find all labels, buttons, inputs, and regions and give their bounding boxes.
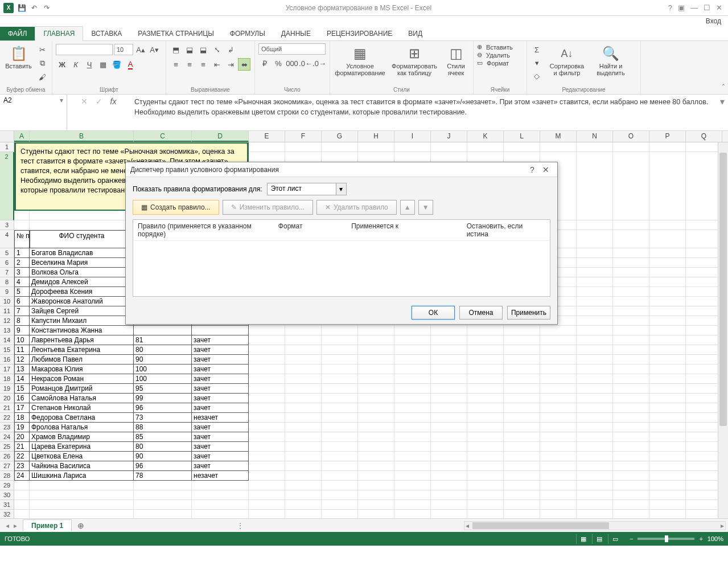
cell[interactable]: [686, 510, 722, 518]
cell[interactable]: [431, 510, 467, 518]
cell[interactable]: [504, 355, 540, 365]
cell[interactable]: [504, 423, 540, 432]
cell[interactable]: [358, 510, 394, 518]
cell[interactable]: [249, 442, 285, 452]
cell[interactable]: [613, 403, 649, 413]
cell[interactable]: Степанов Николай: [30, 403, 134, 413]
cell[interactable]: 85: [134, 432, 192, 442]
row-header[interactable]: 2: [0, 152, 14, 220]
cell[interactable]: [649, 287, 686, 297]
row-header[interactable]: 31: [0, 500, 14, 510]
row-header[interactable]: 28: [0, 471, 14, 481]
sheet-tab-active[interactable]: Пример 1: [23, 519, 72, 531]
cell[interactable]: [358, 142, 394, 152]
cell[interactable]: 100: [134, 374, 192, 384]
cell[interactable]: [249, 413, 285, 423]
rules-list[interactable]: Правило (применяется в указанном порядке…: [133, 219, 550, 297]
cell[interactable]: [613, 287, 649, 297]
cell[interactable]: [613, 413, 649, 423]
cell[interactable]: [285, 510, 322, 518]
cell[interactable]: [467, 423, 504, 432]
row-header[interactable]: 17: [0, 365, 14, 374]
col-header-K[interactable]: K: [467, 131, 504, 142]
cell[interactable]: [358, 471, 394, 481]
col-header-P[interactable]: P: [649, 131, 686, 142]
cell[interactable]: [467, 442, 504, 452]
cell[interactable]: 21: [14, 442, 30, 452]
cell[interactable]: [394, 432, 431, 442]
cell[interactable]: Демидов Алексей: [30, 277, 134, 287]
cell[interactable]: [686, 152, 722, 220]
cell[interactable]: [431, 335, 467, 345]
cell[interactable]: [577, 394, 613, 403]
cell[interactable]: [613, 268, 649, 277]
cell[interactable]: 18: [14, 413, 30, 423]
currency-icon[interactable]: ₽: [258, 57, 271, 69]
cell[interactable]: [322, 413, 358, 423]
cell[interactable]: [577, 461, 613, 471]
cell[interactable]: [467, 142, 504, 152]
cell[interactable]: [134, 326, 192, 335]
cell[interactable]: [613, 277, 649, 287]
cell[interactable]: [649, 220, 686, 230]
cell[interactable]: [613, 258, 649, 268]
cell[interactable]: [431, 345, 467, 355]
cell[interactable]: [431, 394, 467, 403]
cell[interactable]: [649, 355, 686, 365]
cut-icon[interactable]: ✂: [36, 43, 48, 56]
cell[interactable]: [649, 394, 686, 403]
cell[interactable]: [285, 461, 322, 471]
cell[interactable]: [285, 374, 322, 384]
cell[interactable]: [322, 481, 358, 490]
cell[interactable]: [686, 442, 722, 452]
cell[interactable]: [192, 326, 249, 335]
cell[interactable]: [686, 384, 722, 394]
row-header[interactable]: 21: [0, 403, 14, 413]
cell[interactable]: [285, 471, 322, 481]
cell[interactable]: [134, 500, 192, 510]
tab-data[interactable]: ДАННЫЕ: [273, 27, 319, 40]
row-header[interactable]: 22: [0, 413, 14, 423]
tab-view[interactable]: ВИД: [400, 27, 430, 40]
cell[interactable]: [467, 384, 504, 394]
cell[interactable]: [613, 510, 649, 518]
cell[interactable]: [649, 316, 686, 326]
cell[interactable]: [540, 403, 577, 413]
help-icon[interactable]: ?: [668, 3, 672, 12]
close-icon[interactable]: ✕: [716, 3, 722, 12]
cell[interactable]: [504, 510, 540, 518]
conditional-formatting-button[interactable]: ▦ Условное форматирование: [334, 43, 386, 77]
cell[interactable]: [613, 316, 649, 326]
cell[interactable]: [431, 461, 467, 471]
cell[interactable]: [613, 355, 649, 365]
row-header[interactable]: 15: [0, 345, 14, 355]
row-header[interactable]: 9: [0, 287, 14, 297]
align-bottom-icon[interactable]: ⬓: [197, 43, 209, 56]
cell[interactable]: [504, 384, 540, 394]
cell[interactable]: [30, 490, 134, 500]
cell[interactable]: [358, 403, 394, 413]
cell[interactable]: [686, 355, 722, 365]
cell[interactable]: [14, 481, 30, 490]
cell[interactable]: [577, 258, 613, 268]
cell[interactable]: 80: [134, 345, 192, 355]
cell[interactable]: [285, 413, 322, 423]
cell[interactable]: [467, 413, 504, 423]
cell[interactable]: Романцов Дмитрий: [30, 384, 134, 394]
cell[interactable]: 13: [14, 365, 30, 374]
grow-font-icon[interactable]: A▴: [134, 43, 147, 56]
cell[interactable]: [431, 500, 467, 510]
cell[interactable]: зачет: [192, 423, 249, 432]
cell[interactable]: [577, 316, 613, 326]
cell[interactable]: 80: [134, 442, 192, 452]
cell[interactable]: [358, 335, 394, 345]
cell[interactable]: [431, 442, 467, 452]
cell[interactable]: 22: [14, 452, 30, 461]
cell[interactable]: [577, 490, 613, 500]
cell[interactable]: [540, 452, 577, 461]
cell[interactable]: Фролова Наталья: [30, 423, 134, 432]
col-header-F[interactable]: F: [285, 131, 322, 142]
cell[interactable]: [394, 500, 431, 510]
cell[interactable]: 1: [14, 248, 30, 258]
cell[interactable]: [358, 355, 394, 365]
